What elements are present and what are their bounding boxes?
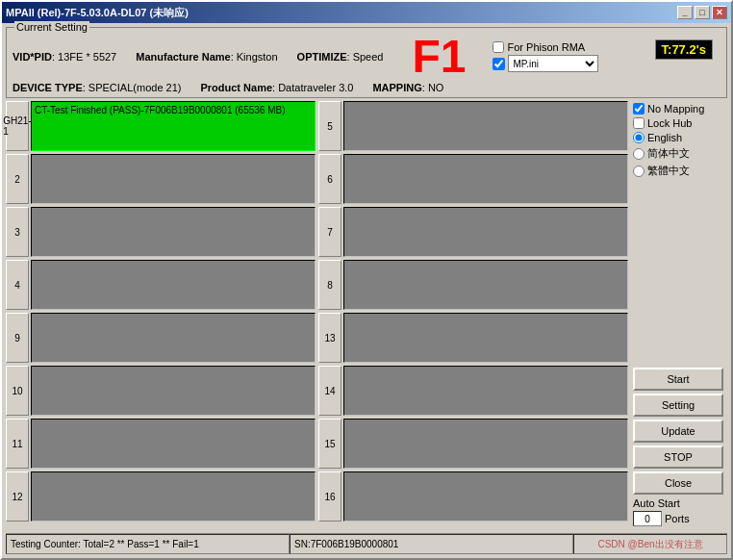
- no-mapping-checkbox[interactable]: [633, 103, 645, 115]
- close-window-button[interactable]: ✕: [712, 6, 727, 19]
- slot-number-14[interactable]: 14: [318, 366, 341, 416]
- close-button[interactable]: Close: [633, 471, 723, 495]
- setting-rows: VID*PID: 13FE * 5527 Manufacture Name: K…: [13, 34, 720, 93]
- auto-start-section: Auto Start Ports: [633, 497, 725, 526]
- slot-box-1[interactable]: CT-Test Finished (PASS)-7F006B19B0000801…: [31, 101, 316, 151]
- slot-number-7[interactable]: 7: [318, 207, 341, 257]
- main-window: MPAll (Rel)-7F-5.03.0A-DL07 (未响应) _ □ ✕ …: [0, 0, 733, 560]
- current-setting-panel: Current Setting T:77.2's VID*PID: 13FE *…: [6, 27, 727, 98]
- slot-row-14: 14: [318, 366, 628, 416]
- mapping-label: MAPPING: NO: [372, 82, 443, 93]
- title-bar: MPAll (Rel)-7F-5.03.0A-DL07 (未响应) _ □ ✕: [2, 2, 731, 23]
- slot-row-15: 15: [318, 419, 628, 469]
- slot-row-5: 5: [318, 101, 628, 151]
- setting-row-1: VID*PID: 13FE * 5527 Manufacture Name: K…: [13, 34, 720, 80]
- f1-label: F1: [412, 34, 466, 80]
- ports-label: Ports: [665, 513, 690, 524]
- mp-ini-select[interactable]: MP.ini: [508, 55, 598, 72]
- slot-row-3: 3: [6, 207, 316, 257]
- slot-row-1: GH21-1 CT-Test Finished (PASS)-7F006B19B…: [6, 101, 316, 151]
- for-phison-rma-checkbox[interactable]: [493, 41, 504, 53]
- sn-status: SN:7F006B19B0000801: [290, 534, 573, 554]
- slot-number-10[interactable]: 10: [6, 366, 29, 416]
- status-bar: Testing Counter: Total=2 ** Pass=1 ** Fa…: [6, 533, 727, 554]
- traditional-chinese-radio[interactable]: [633, 165, 645, 177]
- right-slots-column: 5 6 7 8: [318, 101, 628, 528]
- slot-number-16[interactable]: 16: [318, 471, 341, 522]
- slot-number-13[interactable]: 13: [318, 313, 341, 363]
- slot-number-6[interactable]: 6: [318, 154, 341, 204]
- slot-box-2[interactable]: [31, 154, 316, 204]
- slot-box-13[interactable]: [343, 313, 628, 363]
- slot-number-8[interactable]: 8: [318, 260, 341, 310]
- slot-number-3[interactable]: 3: [6, 207, 29, 257]
- slot-box-14[interactable]: [343, 366, 628, 416]
- brand-status: CSDN @Ben出没有注意: [573, 534, 727, 554]
- slot-box-11[interactable]: [31, 419, 316, 469]
- manufacture-label: Manufacture Name: Kingston: [136, 51, 277, 63]
- slot-number-5[interactable]: 5: [318, 101, 341, 151]
- left-slots-column: GH21-1 CT-Test Finished (PASS)-7F006B19B…: [6, 101, 316, 528]
- optimize-label: OPTIMIZE: Speed: [297, 51, 384, 63]
- slot-box-3[interactable]: [31, 207, 316, 257]
- slot-box-4[interactable]: [31, 260, 316, 310]
- slot-box-15[interactable]: [343, 419, 628, 469]
- simplified-chinese-label: 简体中文: [647, 146, 690, 161]
- english-label: English: [647, 132, 682, 143]
- minimize-button[interactable]: _: [677, 6, 693, 19]
- no-mapping-row: No Mapping: [633, 103, 725, 115]
- simplified-chinese-radio[interactable]: [633, 148, 645, 160]
- slot-row-11: 11: [6, 419, 316, 469]
- slot-row-10: 10: [6, 366, 316, 416]
- main-area: GH21-1 CT-Test Finished (PASS)-7F006B19B…: [6, 101, 727, 528]
- english-radio[interactable]: [633, 132, 645, 143]
- slot-box-6[interactable]: [343, 154, 628, 204]
- slot-box-9[interactable]: [31, 313, 316, 363]
- current-setting-title: Current Setting: [14, 21, 89, 33]
- setting-button[interactable]: Setting: [633, 394, 723, 417]
- vid-pid-label: VID*PID: 13FE * 5527: [13, 51, 116, 63]
- slot-row-2: 2: [6, 154, 316, 204]
- product-label: Product Name: Datatraveler 3.0: [200, 82, 353, 93]
- slot-row-8: 8: [318, 260, 628, 310]
- slot-number-1[interactable]: GH21-1: [6, 101, 29, 151]
- right-controls-panel: No Mapping Lock Hub English 简体中文 繁體中文: [631, 101, 727, 528]
- start-button[interactable]: Start: [633, 368, 723, 391]
- slot-box-8[interactable]: [343, 260, 628, 310]
- title-bar-buttons: _ □ ✕: [677, 6, 727, 19]
- mp-ini-checkbox[interactable]: [493, 58, 505, 70]
- slot-row-16: 16: [318, 471, 628, 522]
- main-content: Current Setting T:77.2's VID*PID: 13FE *…: [2, 23, 731, 558]
- slot-row-12: 12: [6, 471, 316, 522]
- lock-hub-checkbox[interactable]: [633, 117, 645, 129]
- slot-box-7[interactable]: [343, 207, 628, 257]
- slot-number-4[interactable]: 4: [6, 260, 29, 310]
- slot-number-2[interactable]: 2: [6, 154, 29, 204]
- slot-text-1: CT-Test Finished (PASS)-7F006B19B0000801…: [32, 102, 315, 118]
- no-mapping-label: No Mapping: [647, 103, 704, 115]
- ports-input[interactable]: [633, 511, 662, 526]
- update-button[interactable]: Update: [633, 420, 723, 443]
- slot-number-9[interactable]: 9: [6, 313, 29, 363]
- setting-row-2: DEVICE TYPE: SPECIAL(mode 21) Product Na…: [13, 82, 720, 93]
- maximize-button[interactable]: □: [695, 6, 710, 19]
- slot-box-12[interactable]: [31, 471, 316, 522]
- slot-row-9: 9: [6, 313, 316, 363]
- traditional-chinese-label: 繁體中文: [647, 164, 690, 178]
- lock-hub-row: Lock Hub: [633, 117, 725, 129]
- simplified-chinese-radio-row: 简体中文: [633, 146, 725, 161]
- slot-number-12[interactable]: 12: [6, 471, 29, 522]
- stop-button[interactable]: STOP: [633, 445, 723, 469]
- slot-number-11[interactable]: 11: [6, 419, 29, 469]
- slot-box-5[interactable]: [343, 101, 628, 151]
- auto-start-label: Auto Start: [633, 497, 725, 509]
- for-phison-rma-row: For Phison RMA: [493, 41, 598, 53]
- timer-display: T:77.2's: [655, 39, 713, 60]
- slot-row-4: 4: [6, 260, 316, 310]
- device-type-label: DEVICE TYPE: SPECIAL(mode 21): [13, 82, 181, 93]
- traditional-chinese-radio-row: 繁體中文: [633, 164, 725, 178]
- slot-number-15[interactable]: 15: [318, 419, 341, 469]
- counter-status: Testing Counter: Total=2 ** Pass=1 ** Fa…: [6, 534, 290, 554]
- slot-box-10[interactable]: [31, 366, 316, 416]
- slot-box-16[interactable]: [343, 471, 628, 522]
